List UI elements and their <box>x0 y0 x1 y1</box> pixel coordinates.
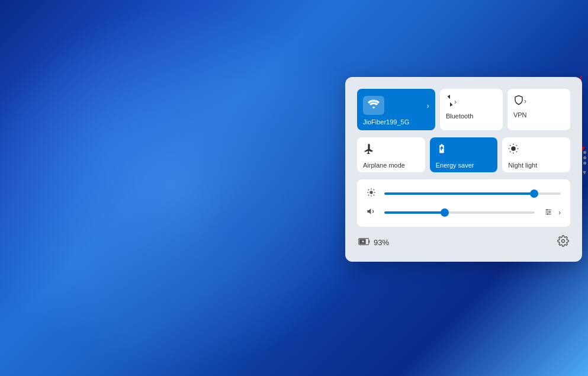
volume-icon <box>367 207 378 218</box>
panel-footer: 93% <box>357 235 570 250</box>
battery-icon <box>358 237 370 248</box>
svg-line-7 <box>510 152 511 152</box>
svg-rect-26 <box>369 240 370 243</box>
brightness-slider-row <box>367 188 561 200</box>
energy-saver-icon <box>436 143 448 157</box>
chevron-down-icon: ▾ <box>583 168 586 176</box>
volume-fill <box>384 211 445 214</box>
scroll-dot <box>583 151 586 154</box>
volume-mixer-icon[interactable] <box>541 208 552 218</box>
volume-slider-row: › <box>367 207 561 218</box>
svg-point-9 <box>369 191 372 194</box>
wifi-chevron-icon: › <box>427 101 429 110</box>
night-light-button[interactable]: Night light <box>502 137 570 172</box>
wifi-icon <box>368 99 380 111</box>
airplane-icon <box>363 143 375 157</box>
vpn-btn-top: › <box>513 95 526 108</box>
battery-percentage: 93% <box>374 238 389 247</box>
vpn-label: VPN <box>513 111 527 118</box>
svg-point-22 <box>549 211 550 212</box>
wifi-icon-area <box>363 96 384 115</box>
bluetooth-btn-top: › <box>446 95 457 109</box>
quick-settings-panel: › JioFiber199_5G › Bluetooth <box>345 77 582 262</box>
battery-area: 93% <box>358 237 389 248</box>
bluetooth-toggle-button[interactable]: › Bluetooth <box>440 89 503 130</box>
svg-point-24 <box>547 213 548 214</box>
svg-line-13 <box>374 195 374 195</box>
brightness-thumb[interactable] <box>530 189 538 198</box>
scroll-dot <box>583 156 586 159</box>
svg-point-0 <box>512 146 516 151</box>
night-light-label: Night light <box>508 162 537 169</box>
energy-saver-label: Energy saver <box>436 162 474 169</box>
energy-saver-button[interactable]: Energy saver <box>430 137 498 172</box>
svg-line-16 <box>368 195 369 195</box>
toggles-row-1: › JioFiber199_5G › Bluetooth <box>357 89 570 130</box>
airplane-mode-label: Airplane mode <box>363 162 405 169</box>
volume-arrow-icon[interactable]: › <box>558 208 561 217</box>
settings-button[interactable] <box>557 235 569 250</box>
bluetooth-label: Bluetooth <box>446 113 473 120</box>
svg-point-28 <box>562 240 565 243</box>
bluetooth-chevron-icon: › <box>454 98 457 106</box>
svg-line-12 <box>368 189 369 190</box>
svg-line-4 <box>516 152 517 152</box>
svg-line-17 <box>374 189 374 190</box>
brightness-slider[interactable] <box>384 192 561 195</box>
wifi-toggle-button[interactable]: › JioFiber199_5G <box>357 89 435 130</box>
svg-point-20 <box>547 209 548 210</box>
svg-marker-18 <box>367 208 371 214</box>
vpn-toggle-button[interactable]: › VPN <box>507 89 570 130</box>
scroll-indicator: ▾ <box>583 151 586 176</box>
svg-line-3 <box>510 145 511 146</box>
volume-slider[interactable] <box>384 211 535 214</box>
brightness-fill <box>384 192 534 195</box>
vpn-chevron-icon: › <box>524 97 526 105</box>
wifi-btn-top: › <box>363 96 429 115</box>
bluetooth-icon <box>446 95 454 109</box>
brightness-icon <box>367 188 378 200</box>
svg-line-8 <box>516 145 517 146</box>
vpn-icon <box>513 95 524 108</box>
toggles-row-2: Airplane mode Energy saver <box>357 137 570 172</box>
sliders-section: › <box>357 179 570 227</box>
night-light-icon <box>508 143 519 157</box>
scroll-dot <box>583 162 586 165</box>
volume-thumb[interactable] <box>441 208 449 217</box>
wifi-label: JioFiber199_5G <box>363 118 409 126</box>
airplane-mode-button[interactable]: Airplane mode <box>357 137 425 172</box>
